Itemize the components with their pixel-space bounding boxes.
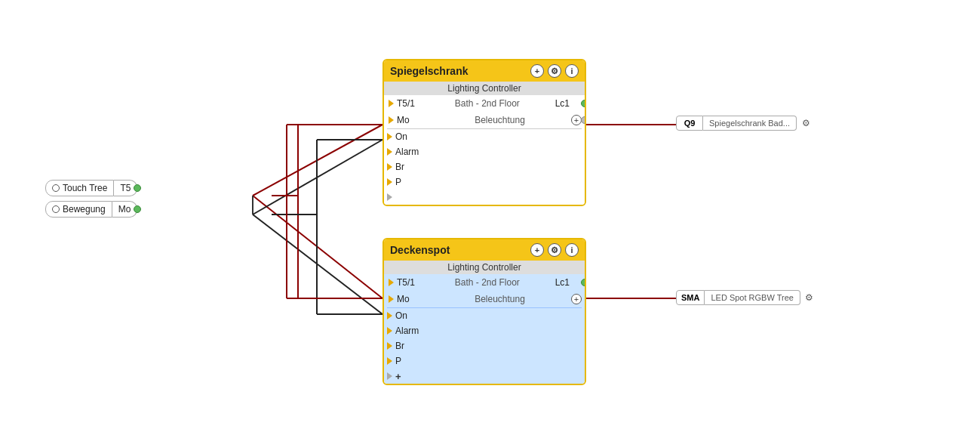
deckenspot-alarm-row: Alarm xyxy=(384,323,585,338)
bewegung-node: Bewegung Mo xyxy=(45,201,137,218)
deckenspot-gear-icon[interactable]: ⚙ xyxy=(548,243,561,257)
spiegelschrank-on-row: On xyxy=(384,129,585,144)
deckenspot-t51-row: T5/1 Bath - 2nd Floor Lc1 xyxy=(384,274,585,291)
svg-line-0 xyxy=(253,125,382,196)
deckenspot-alarm-triangle xyxy=(387,327,392,335)
bewegung-node-right: Mo xyxy=(112,201,138,218)
sma-right-label: LED Spot RGBW Tree xyxy=(705,290,800,305)
svg-line-2 xyxy=(253,140,382,214)
deckenspot-bottomplus-triangle xyxy=(387,372,392,380)
touch-tree-node-left: Touch Tree xyxy=(45,180,114,196)
deckenspot-bottomplus-row: + xyxy=(384,369,585,384)
q9-output-node: Q9 Spiegelschrank Bad... ⚙ xyxy=(676,116,812,131)
spiegelschrank-mo-triangle xyxy=(389,116,394,124)
spiegelschrank-p-row: P xyxy=(384,174,585,190)
deckenspot-p-triangle xyxy=(387,357,392,365)
spiegelschrank-extra-triangle xyxy=(387,193,392,201)
deckenspot-location: Bath - 2nd Floor xyxy=(419,277,555,288)
deckenspot-block: Deckenspot + ⚙ i Lighting Controller T5/… xyxy=(382,238,586,385)
deckenspot-br-label: Br xyxy=(395,341,418,351)
deckenspot-title: Deckenspot xyxy=(390,244,450,256)
spiegelschrank-t51-label: T5/1 xyxy=(397,98,419,109)
deckenspot-lc1: Lc1 xyxy=(555,277,570,288)
bewegung-port-label: Mo xyxy=(118,204,131,214)
deckenspot-alarm-label: Alarm xyxy=(395,326,419,336)
spiegelschrank-mo-label: Mo xyxy=(397,115,419,125)
svg-line-1 xyxy=(253,196,382,298)
deckenspot-on-triangle xyxy=(387,312,392,319)
touch-tree-node: Touch Tree T5 xyxy=(45,180,137,196)
spiegelschrank-extra-row xyxy=(384,190,585,205)
deckenspot-mo-row: Mo Beleuchtung + xyxy=(384,291,585,307)
deckenspot-lc1-dot[interactable] xyxy=(581,279,586,286)
spiegelschrank-t51-row: T5/1 Bath - 2nd Floor Lc1 xyxy=(384,95,585,112)
spiegelschrank-br-row: Br xyxy=(384,159,585,174)
deckenspot-on-label: On xyxy=(395,310,418,321)
spiegelschrank-subtitle: Lighting Controller xyxy=(384,82,585,95)
touch-tree-port-label: T5 xyxy=(120,183,131,193)
sma-gear-icon[interactable]: ⚙ xyxy=(803,292,816,304)
deckenspot-t51-label: T5/1 xyxy=(397,277,419,288)
spiegelschrank-gear-icon[interactable]: ⚙ xyxy=(548,64,561,78)
deckenspot-mo-label: Mo xyxy=(397,294,419,304)
deckenspot-br-triangle xyxy=(387,342,392,350)
spiegelschrank-info-icon[interactable]: i xyxy=(565,64,579,78)
spiegelschrank-p-label: P xyxy=(395,177,418,187)
spiegelschrank-t51-triangle xyxy=(389,100,394,107)
bewegung-port-dot[interactable] xyxy=(134,205,141,213)
deckenspot-bottomplus-label[interactable]: + xyxy=(395,371,418,382)
bewegung-label: Bewegung xyxy=(63,204,106,214)
spiegelschrank-beleuchtung: Beleuchtung xyxy=(419,115,580,125)
spiegelschrank-lc1: Lc1 xyxy=(555,98,570,109)
touch-tree-port-dot[interactable] xyxy=(134,184,141,192)
deckenspot-plus-btn[interactable]: + xyxy=(571,294,582,304)
spiegelschrank-block: Spiegelschrank + ⚙ i Lighting Controller… xyxy=(382,59,586,206)
spiegelschrank-location: Bath - 2nd Floor xyxy=(419,98,555,109)
deckenspot-on-row: On xyxy=(384,308,585,323)
deckenspot-header: Deckenspot + ⚙ i xyxy=(384,239,585,261)
deckenspot-header-icons: + ⚙ i xyxy=(530,243,579,257)
spiegelschrank-alarm-triangle xyxy=(387,148,392,156)
touch-tree-port-left[interactable] xyxy=(52,184,60,192)
sma-output-node: SMA LED Spot RGBW Tree ⚙ xyxy=(676,290,816,305)
deckenspot-p-label: P xyxy=(395,356,418,366)
sma-left-label: SMA xyxy=(676,290,705,305)
spiegelschrank-alarm-row: Alarm xyxy=(384,144,585,159)
spiegelschrank-mo-row: Mo Beleuchtung + xyxy=(384,112,585,128)
spiegelschrank-lc1-dot[interactable] xyxy=(581,100,586,107)
touch-tree-label: Touch Tree xyxy=(63,183,107,193)
spiegelschrank-title: Spiegelschrank xyxy=(390,65,468,77)
deckenspot-p-row: P xyxy=(384,353,585,369)
q9-left-label: Q9 xyxy=(676,116,703,131)
spiegelschrank-header: Spiegelschrank + ⚙ i xyxy=(384,60,585,82)
spiegelschrank-plus-btn[interactable]: + xyxy=(571,115,582,125)
deckenspot-mo-triangle xyxy=(389,295,394,303)
deckenspot-beleuchtung: Beleuchtung xyxy=(419,294,580,304)
spiegelschrank-add-icon[interactable]: + xyxy=(530,64,544,78)
deckenspot-body: T5/1 Bath - 2nd Floor Lc1 Mo Beleuchtung… xyxy=(384,274,585,384)
spiegelschrank-br-label: Br xyxy=(395,162,418,172)
deckenspot-info-icon[interactable]: i xyxy=(565,243,579,257)
touch-tree-node-right: T5 xyxy=(114,180,137,196)
bewegung-node-left: Bewegung xyxy=(45,201,112,218)
deckenspot-add-icon[interactable]: + xyxy=(530,243,544,257)
deckenspot-t51-triangle xyxy=(389,279,394,286)
spiegelschrank-on-label: On xyxy=(395,131,418,142)
spiegelschrank-header-icons: + ⚙ i xyxy=(530,64,579,78)
spiegelschrank-body: T5/1 Bath - 2nd Floor Lc1 Mo Beleuchtung… xyxy=(384,95,585,205)
spiegelschrank-p-triangle xyxy=(387,178,392,186)
bewegung-port-left[interactable] xyxy=(52,205,60,213)
deckenspot-subtitle: Lighting Controller xyxy=(384,261,585,274)
spiegelschrank-alarm-label: Alarm xyxy=(395,147,419,157)
svg-line-3 xyxy=(253,214,382,314)
spiegelschrank-br-triangle xyxy=(387,163,392,171)
q9-gear-icon[interactable]: ⚙ xyxy=(800,117,812,129)
spiegelschrank-on-triangle xyxy=(387,133,392,140)
q9-right-label: Spiegelschrank Bad... xyxy=(703,116,797,131)
deckenspot-br-row: Br xyxy=(384,338,585,353)
spiegelschrank-mo-dot[interactable] xyxy=(581,116,586,124)
